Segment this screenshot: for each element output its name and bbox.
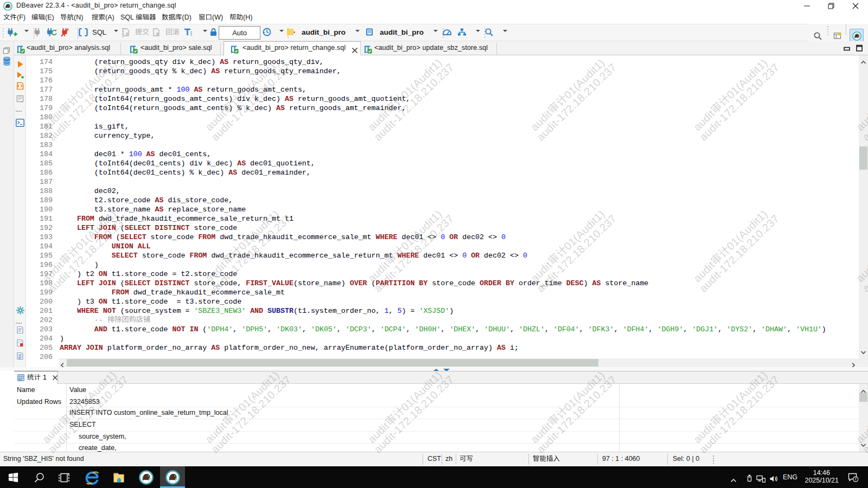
svg-text:7: 7 xyxy=(854,477,857,481)
